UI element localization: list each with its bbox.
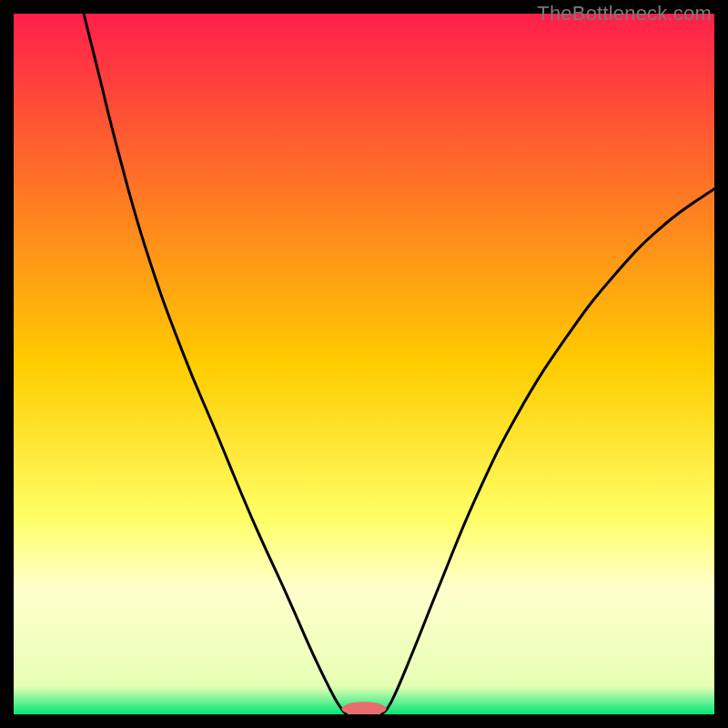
gradient-fill	[14, 14, 714, 714]
bottleneck-chart	[14, 14, 714, 714]
watermark-text: TheBottleneck.com	[537, 2, 712, 25]
